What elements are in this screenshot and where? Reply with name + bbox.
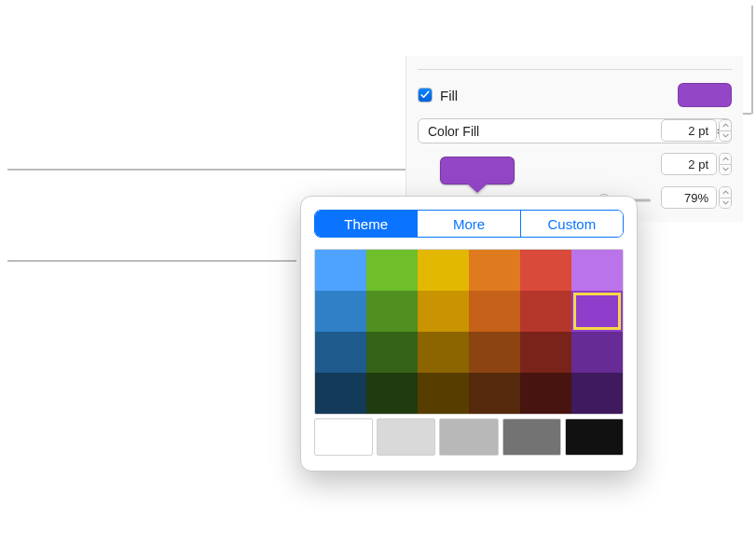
color-swatch[interactable] xyxy=(571,291,623,332)
color-swatch[interactable] xyxy=(418,332,469,373)
fill-checkbox[interactable] xyxy=(418,88,433,102)
stepper-2: 2 pt xyxy=(661,153,732,175)
color-swatch[interactable] xyxy=(469,332,520,373)
color-mode-segmented: Theme More Custom xyxy=(314,210,624,238)
stepper-arrows[interactable] xyxy=(719,119,732,142)
color-swatch[interactable] xyxy=(315,373,366,414)
color-swatch[interactable] xyxy=(315,332,366,373)
color-swatch[interactable] xyxy=(366,291,418,332)
color-swatch[interactable] xyxy=(469,250,520,291)
callout-line xyxy=(7,260,296,262)
fill-row: Fill xyxy=(418,83,732,107)
color-swatch[interactable] xyxy=(366,332,418,373)
color-swatch[interactable] xyxy=(366,373,418,414)
color-swatch[interactable] xyxy=(377,418,435,456)
color-swatch[interactable] xyxy=(418,373,469,414)
color-picker-popover: Theme More Custom xyxy=(300,196,638,472)
fill-label: Fill xyxy=(440,88,458,103)
color-swatch[interactable] xyxy=(571,250,623,291)
callout-line xyxy=(742,113,751,115)
fill-color-swatch[interactable] xyxy=(678,83,732,107)
tab-more[interactable]: More xyxy=(417,211,519,237)
color-swatch[interactable] xyxy=(520,250,571,291)
stepper-1: 2 pt xyxy=(661,119,732,142)
callout-line xyxy=(7,169,423,171)
color-swatch[interactable] xyxy=(520,373,571,414)
color-swatch[interactable] xyxy=(315,250,366,291)
color-swatch[interactable] xyxy=(469,291,520,332)
color-swatch[interactable] xyxy=(314,418,373,456)
color-swatch[interactable] xyxy=(418,291,469,332)
separator xyxy=(418,69,732,70)
color-swatch[interactable] xyxy=(502,418,561,456)
color-well[interactable] xyxy=(440,157,515,184)
fill-type-value: Color Fill xyxy=(428,124,479,139)
color-swatch[interactable] xyxy=(520,332,571,373)
stepper-field[interactable]: 2 pt xyxy=(661,153,717,175)
color-swatch[interactable] xyxy=(565,418,624,456)
tab-custom[interactable]: Custom xyxy=(520,211,623,237)
color-swatch[interactable] xyxy=(571,332,623,373)
color-swatch[interactable] xyxy=(469,373,520,414)
color-swatch[interactable] xyxy=(520,291,571,332)
color-swatch[interactable] xyxy=(418,250,469,291)
color-swatch[interactable] xyxy=(571,373,623,414)
color-swatch[interactable] xyxy=(315,291,366,332)
neutral-color-row xyxy=(314,418,624,456)
stepper-arrows[interactable] xyxy=(719,153,732,175)
stepper-stack: 2 pt 2 pt 79% xyxy=(661,119,732,209)
stepper-3: 79% xyxy=(661,186,732,209)
theme-color-grid xyxy=(314,249,624,415)
color-swatch[interactable] xyxy=(366,250,418,291)
popover-notch xyxy=(467,184,488,193)
stepper-field[interactable]: 2 pt xyxy=(661,119,717,142)
tab-theme[interactable]: Theme xyxy=(315,211,417,237)
color-swatch[interactable] xyxy=(439,418,498,456)
stepper-field[interactable]: 79% xyxy=(661,186,717,209)
stepper-arrows[interactable] xyxy=(719,186,732,209)
callout-line xyxy=(751,6,753,114)
